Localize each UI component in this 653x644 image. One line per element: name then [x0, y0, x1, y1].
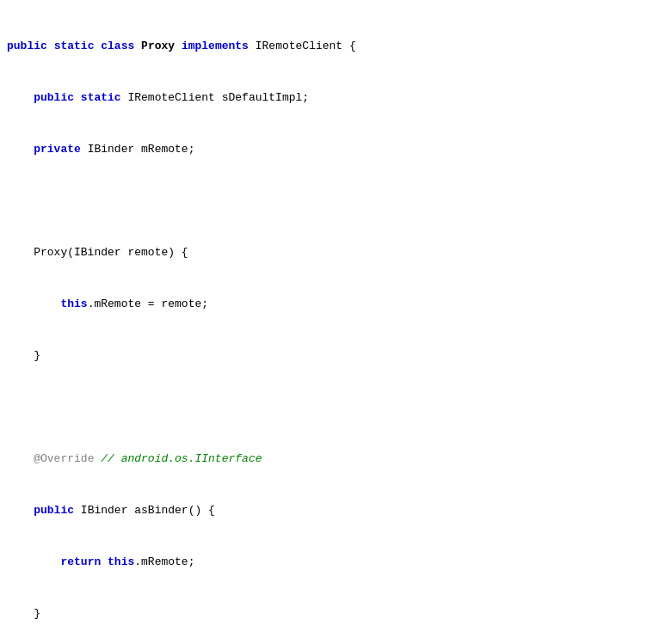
- line-10: public IBinder asBinder() {: [0, 502, 653, 519]
- line-4: [0, 193, 653, 210]
- line-8: [0, 399, 653, 416]
- line-2: public static IRemoteClient sDefaultImpl…: [0, 89, 653, 107]
- code-container: public static class Proxy implements IRe…: [0, 0, 653, 644]
- line-1: public static class Proxy implements IRe…: [0, 38, 653, 55]
- line-9: @Override // android.os.IInterface: [0, 451, 653, 468]
- line-7: }: [0, 347, 653, 365]
- line-12: }: [0, 605, 653, 623]
- line-6: this.mRemote = remote;: [0, 296, 653, 313]
- line-11: return this.mRemote;: [0, 554, 653, 571]
- line-3: private IBinder mRemote;: [0, 141, 653, 158]
- line-5: Proxy(IBinder remote) {: [0, 244, 653, 261]
